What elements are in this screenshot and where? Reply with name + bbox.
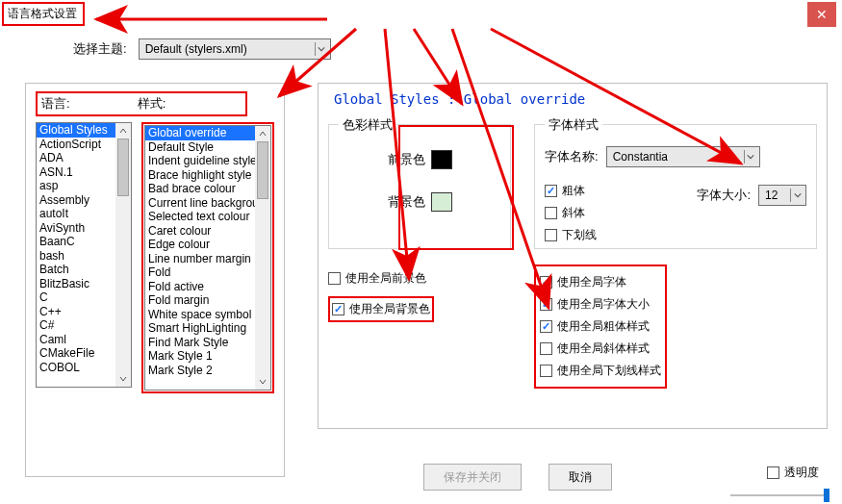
font-fieldset: 字体样式 字体名称: Constantia 粗体 斜体 下划线 字体大小: 12: [534, 124, 817, 249]
use-global-font-checkbox[interactable]: 使用全局字体: [540, 274, 661, 290]
use-global-underline-checkbox[interactable]: 使用全局下划线样式: [540, 363, 661, 379]
theme-value: Default (stylers.xml): [145, 42, 247, 56]
font-name-label: 字体名称:: [545, 148, 599, 165]
cancel-button[interactable]: 取消: [549, 464, 612, 491]
list-item[interactable]: Caml: [37, 333, 115, 347]
transparency-slider[interactable]: [730, 487, 827, 504]
list-item[interactable]: Assembly: [37, 193, 115, 208]
style-listbox[interactable]: Global overrideDefault StyleIndent guide…: [144, 125, 271, 391]
bold-checkbox[interactable]: 粗体: [545, 183, 597, 199]
list-item[interactable]: C++: [37, 305, 115, 319]
italic-checkbox[interactable]: 斜体: [545, 205, 597, 221]
transparency-checkbox[interactable]: 透明度: [767, 465, 819, 481]
language-header: 语言:: [41, 95, 70, 113]
list-item[interactable]: Default Style: [145, 140, 255, 155]
scroll-up-icon[interactable]: [115, 123, 131, 139]
theme-label: 选择主题:: [73, 40, 127, 58]
list-item[interactable]: Mark Style 2: [145, 364, 255, 378]
list-item[interactable]: Brace highlight style: [145, 168, 255, 183]
list-item[interactable]: Mark Style 1: [145, 349, 255, 364]
list-item[interactable]: Batch: [37, 263, 115, 277]
use-global-italic-checkbox[interactable]: 使用全局斜体样式: [540, 340, 661, 357]
list-item[interactable]: COBOL: [37, 361, 115, 375]
scroll-up-icon[interactable]: [255, 126, 270, 141]
scroll-down-icon[interactable]: [115, 371, 131, 387]
list-item[interactable]: Smart HighLighting: [145, 321, 255, 336]
chevron-down-icon: [744, 150, 757, 164]
list-item[interactable]: Line number margin: [145, 252, 255, 266]
list-item[interactable]: Fold: [145, 265, 255, 280]
scrollbar[interactable]: [115, 123, 131, 387]
list-item[interactable]: AviSynth: [37, 221, 115, 236]
list-item[interactable]: Edge colour: [145, 238, 255, 252]
list-item[interactable]: Fold margin: [145, 293, 255, 308]
list-item[interactable]: Global override: [145, 126, 255, 140]
list-item[interactable]: ADA: [37, 151, 115, 165]
scrollbar[interactable]: [255, 126, 270, 390]
list-item[interactable]: C#: [37, 318, 115, 333]
list-item[interactable]: ActionScript: [37, 138, 115, 152]
left-panel: 语言: 样式: Global StylesActionScriptADAASN.…: [25, 83, 285, 477]
list-item[interactable]: Indent guideline style: [145, 154, 255, 168]
chevron-down-icon: [315, 42, 328, 56]
font-name-select[interactable]: Constantia: [606, 146, 760, 167]
list-item[interactable]: Find Mark Style: [145, 336, 255, 350]
style-header: 样式:: [138, 95, 166, 113]
scroll-down-icon[interactable]: [255, 374, 270, 390]
font-legend: 字体样式: [545, 116, 602, 134]
save-button[interactable]: 保存并关闭: [423, 464, 522, 491]
theme-select[interactable]: Default (stylers.xml): [139, 38, 331, 60]
window-title: 语言格式设置: [2, 2, 85, 26]
use-global-fg-checkbox[interactable]: 使用全局前景色: [328, 270, 511, 287]
underline-checkbox[interactable]: 下划线: [545, 227, 597, 243]
use-global-bold-checkbox[interactable]: 使用全局粗体样式: [540, 318, 661, 335]
list-item[interactable]: ASN.1: [37, 165, 115, 180]
breadcrumb: Global Styles : Global override: [334, 91, 815, 107]
list-item[interactable]: Selected text colour: [145, 210, 255, 224]
list-item[interactable]: Current line background: [145, 196, 255, 211]
list-item[interactable]: Fold active: [145, 280, 255, 294]
list-item[interactable]: autoIt: [37, 207, 115, 221]
list-item[interactable]: Global Styles: [37, 123, 115, 138]
use-global-bg-checkbox[interactable]: 使用全局背景色: [332, 301, 430, 317]
list-item[interactable]: bash: [37, 249, 115, 264]
right-panel: Global Styles : Global override 色彩样式 前景色…: [318, 83, 828, 429]
chevron-down-icon: [790, 189, 804, 202]
font-size-label: 字体大小:: [697, 187, 751, 204]
list-item[interactable]: C: [37, 290, 115, 305]
list-item[interactable]: CMakeFile: [37, 346, 115, 361]
color-legend: 色彩样式: [339, 116, 396, 134]
font-size-select[interactable]: 12: [758, 185, 806, 206]
list-item[interactable]: White space symbol: [145, 308, 255, 322]
list-item[interactable]: Caret colour: [145, 224, 255, 239]
list-item[interactable]: Bad brace colour: [145, 182, 255, 196]
list-item[interactable]: asp: [37, 179, 115, 193]
language-listbox[interactable]: Global StylesActionScriptADAASN.1aspAsse…: [36, 122, 132, 388]
use-global-size-checkbox[interactable]: 使用全局字体大小: [540, 296, 661, 313]
list-item[interactable]: BlitzBasic: [37, 277, 115, 291]
list-item[interactable]: BaanC: [37, 235, 115, 249]
close-button[interactable]: ✕: [807, 2, 836, 27]
